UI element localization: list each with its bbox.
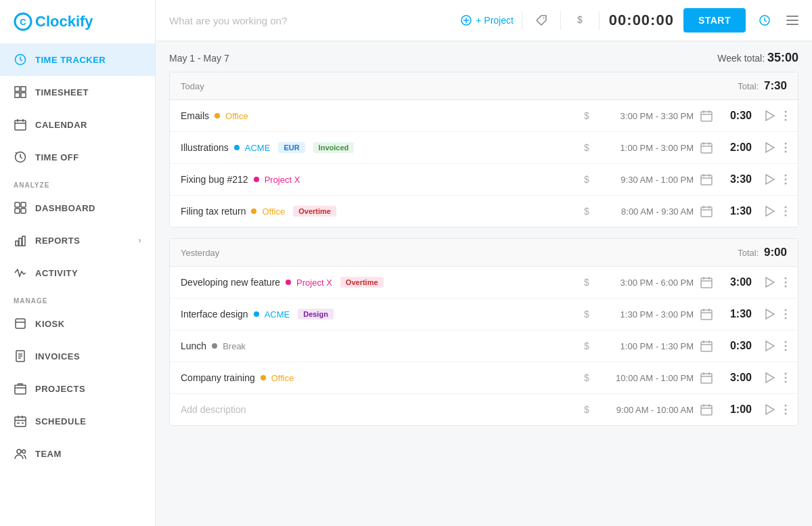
more-options-button[interactable] xyxy=(784,341,787,351)
play-button[interactable] xyxy=(764,372,775,383)
svg-point-115 xyxy=(785,381,787,383)
billable-icon-btn[interactable]: $ xyxy=(581,276,592,288)
svg-point-122 xyxy=(785,405,787,407)
sidebar-item-label: ACTIVITY xyxy=(35,268,78,278)
entry-placeholder-text: Add description xyxy=(181,404,246,415)
svg-marker-49 xyxy=(766,111,774,120)
project-name: Project X xyxy=(296,278,332,288)
sidebar-item-label: TIME TRACKER xyxy=(35,55,106,65)
entry-description: Filing tax returnOfficeOvertime xyxy=(181,206,574,217)
more-options-button[interactable] xyxy=(784,309,787,320)
sidebar-item-dashboard[interactable]: DASHBOARD xyxy=(0,192,155,224)
week-total: Week total: 35:00 xyxy=(717,51,798,65)
play-icon xyxy=(764,174,775,185)
sidebar-item-calendar[interactable]: CALENDAR xyxy=(0,108,155,141)
day-total: Total: 9:00 xyxy=(738,246,787,259)
calendar-icon xyxy=(14,118,27,131)
dollar-sign-icon: $ xyxy=(581,276,592,288)
calendar-icon-btn[interactable] xyxy=(700,173,713,185)
dollar-sign-icon: $ xyxy=(581,205,592,217)
entry-time-range: 1:00 PM - 1:30 PM xyxy=(599,341,694,351)
table-row: IllustrationsACMEEURInvoiced$1:00 PM - 3… xyxy=(170,132,798,164)
sidebar-item-time-off[interactable]: TIME OFF xyxy=(0,141,155,173)
billable-icon-btn[interactable]: $ xyxy=(581,173,592,185)
billable-icon-btn[interactable]: $ xyxy=(581,205,592,217)
svg-rect-27 xyxy=(15,417,26,426)
more-icon xyxy=(784,309,787,320)
tag-badge: EUR xyxy=(278,142,304,153)
more-options-button[interactable] xyxy=(784,277,787,288)
history-icon-btn[interactable] xyxy=(754,9,775,31)
sidebar-item-invoices[interactable]: INVOICES xyxy=(0,340,155,372)
svg-rect-18 xyxy=(19,238,22,246)
entry-duration: 1:00 xyxy=(719,403,752,416)
more-options-button[interactable] xyxy=(784,404,787,415)
billable-icon-btn[interactable]: $ xyxy=(581,110,592,122)
billable-icon-btn[interactable]: $ xyxy=(581,141,592,154)
calendar-icon-btn[interactable] xyxy=(700,372,713,384)
dollar-sign-icon: $ xyxy=(581,372,592,384)
more-options-button[interactable] xyxy=(784,206,787,217)
divider-1 xyxy=(522,11,522,30)
play-button[interactable] xyxy=(764,404,775,415)
more-options-button[interactable] xyxy=(784,110,787,121)
svg-point-105 xyxy=(785,345,787,347)
list-icon-btn[interactable] xyxy=(786,16,798,25)
dollar-icon-btn[interactable]: $ xyxy=(569,9,591,31)
sidebar-item-projects[interactable]: PROJECTS xyxy=(0,372,155,405)
sidebar-item-time-tracker[interactable]: TIME TRACKER xyxy=(0,43,155,76)
calendar-icon-btn[interactable] xyxy=(700,205,713,217)
play-button[interactable] xyxy=(764,174,775,185)
project-dot xyxy=(261,375,266,380)
play-icon xyxy=(764,341,775,351)
calendar-icon-btn[interactable] xyxy=(700,340,713,352)
entry-time-range: 3:00 PM - 3:30 PM xyxy=(599,111,694,121)
calendar-icon-btn[interactable] xyxy=(700,308,713,320)
svg-rect-45 xyxy=(701,112,712,121)
sidebar-item-kiosk[interactable]: KIOSK xyxy=(0,307,155,340)
more-options-button[interactable] xyxy=(784,372,787,383)
sidebar-item-reports[interactable]: REPORTS › xyxy=(0,224,155,257)
play-button[interactable] xyxy=(764,142,775,153)
sidebar-item-timesheet[interactable]: TIMESHEET xyxy=(0,76,155,108)
more-options-button[interactable] xyxy=(784,174,787,185)
sidebar-item-schedule[interactable]: SCHEDULE xyxy=(0,405,155,437)
more-options-button[interactable] xyxy=(784,142,787,153)
svg-marker-58 xyxy=(766,143,774,152)
logo-area: C Clockify xyxy=(0,0,155,43)
svg-marker-67 xyxy=(766,175,774,184)
calendar-icon-btn[interactable] xyxy=(700,141,713,154)
entry-description: EmailsOffice xyxy=(181,110,574,121)
play-button[interactable] xyxy=(764,277,775,288)
calendar-icon-btn[interactable] xyxy=(700,276,713,288)
svg-point-88 xyxy=(785,286,787,288)
billable-icon-btn[interactable]: $ xyxy=(581,372,592,384)
entry-time-range: 9:00 AM - 10:00 AM xyxy=(599,405,694,415)
billable-icon-btn[interactable]: $ xyxy=(581,403,592,416)
list-icon xyxy=(786,16,798,25)
sidebar-item-team[interactable]: TEAM xyxy=(0,437,155,470)
svg-marker-121 xyxy=(766,405,774,414)
billable-icon-btn[interactable]: $ xyxy=(581,340,592,352)
svg-point-52 xyxy=(785,119,787,121)
start-button[interactable]: START xyxy=(683,8,746,32)
more-icon xyxy=(784,404,787,415)
play-button[interactable] xyxy=(764,110,775,121)
calendar-icon xyxy=(700,403,713,416)
play-button[interactable] xyxy=(764,309,775,320)
sidebar-item-activity[interactable]: ACTIVITY xyxy=(0,257,155,289)
sidebar-item-label: INVOICES xyxy=(35,351,80,361)
calendar-icon-btn[interactable] xyxy=(700,403,713,416)
billable-icon-btn[interactable]: $ xyxy=(581,308,592,320)
play-button[interactable] xyxy=(764,206,775,217)
svg-rect-19 xyxy=(22,236,25,246)
calendar-icon-btn[interactable] xyxy=(700,110,713,122)
tag-icon-btn[interactable] xyxy=(531,9,552,31)
project-button[interactable]: + Project xyxy=(461,15,514,26)
play-button[interactable] xyxy=(764,341,775,351)
logo-icon: C xyxy=(14,12,32,31)
svg-point-59 xyxy=(785,143,787,145)
svg-rect-17 xyxy=(16,241,18,246)
more-icon xyxy=(784,110,787,121)
search-input[interactable] xyxy=(169,15,453,26)
